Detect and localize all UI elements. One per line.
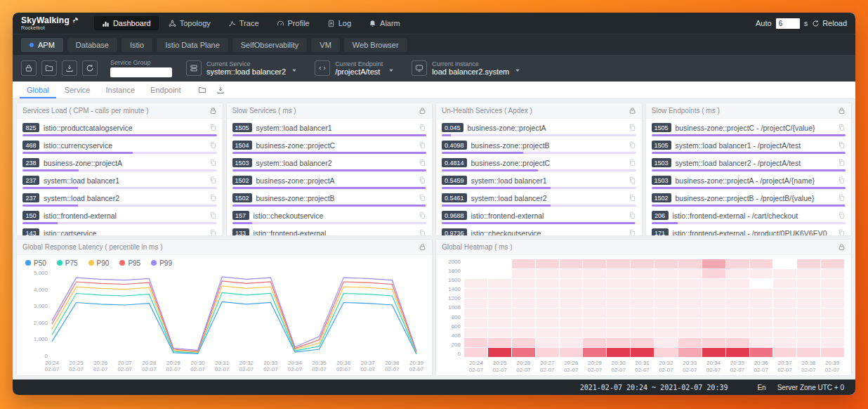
copy-icon[interactable]: [209, 176, 217, 184]
metric-row[interactable]: 238business-zone::projectA: [22, 156, 217, 174]
selector-current-service[interactable]: Current Servicesystem::load balancer2: [186, 60, 298, 77]
dashboard-tab-apm[interactable]: APM: [21, 38, 63, 52]
copy-icon[interactable]: [629, 141, 636, 149]
lock-icon[interactable]: [209, 107, 217, 115]
nav-item-topology[interactable]: Topology: [161, 16, 218, 30]
language-toggle[interactable]: En: [757, 384, 765, 391]
copy-icon[interactable]: [419, 176, 426, 184]
metric-row[interactable]: 1502business-zone::projectB: [232, 191, 427, 209]
nav-item-dashboard[interactable]: Dashboard: [94, 16, 159, 30]
nav-item-profile[interactable]: Profile: [269, 16, 317, 30]
legend-item-p95[interactable]: P95: [119, 259, 140, 267]
copy-icon[interactable]: [838, 176, 846, 184]
metric-row[interactable]: 1503business-zone::projectA - /projectA/…: [652, 174, 846, 191]
copy-icon[interactable]: [419, 229, 426, 235]
view-tab-global[interactable]: Global: [20, 82, 56, 98]
legend-item-p50[interactable]: P50: [25, 259, 46, 267]
service-group-input[interactable]: [110, 67, 172, 77]
copy-icon[interactable]: [209, 229, 217, 235]
folder-button[interactable]: [41, 60, 57, 76]
copy-icon[interactable]: [838, 141, 846, 149]
download-button[interactable]: [62, 60, 77, 76]
metric-row[interactable]: 0.4814business-zone::projectC: [442, 156, 636, 174]
copy-icon[interactable]: [419, 141, 426, 149]
copy-icon[interactable]: [209, 159, 217, 167]
copy-icon[interactable]: [419, 124, 426, 131]
metric-row[interactable]: 133istio::frontend-external: [232, 226, 427, 235]
metric-row[interactable]: 1502business-zone::projectB - /projectB/…: [652, 191, 846, 209]
lock-icon[interactable]: [629, 107, 636, 115]
metric-row[interactable]: 0.9688istio::frontend-external: [442, 209, 636, 226]
copy-icon[interactable]: [209, 194, 217, 202]
metric-row[interactable]: 0.5459system::load balancer1: [442, 174, 636, 191]
lock-icon[interactable]: [838, 243, 846, 251]
legend-item-p99[interactable]: P99: [151, 259, 172, 267]
legend-item-p90[interactable]: P90: [88, 259, 110, 267]
lock-icon[interactable]: [838, 107, 846, 115]
copy-icon[interactable]: [629, 124, 636, 131]
metric-row[interactable]: 825istio::productcatalogservice: [22, 121, 217, 138]
metric-row[interactable]: 206istio::frontend-external - /cart/chec…: [652, 209, 846, 226]
metric-row[interactable]: 1505system::load balancer1: [232, 121, 427, 138]
auto-interval-input[interactable]: [776, 18, 800, 29]
folder-icon[interactable]: [198, 86, 206, 94]
server-zone-setting[interactable]: Server Zone UTC + 0: [777, 384, 844, 391]
nav-item-trace[interactable]: Trace: [221, 16, 267, 30]
copy-icon[interactable]: [838, 159, 846, 167]
copy-icon[interactable]: [838, 124, 846, 131]
copy-icon[interactable]: [629, 159, 636, 167]
selector-current-instance[interactable]: Current Instanceload balancer2.system: [412, 60, 521, 77]
dashboard-tab-database[interactable]: Database: [67, 38, 117, 52]
dashboard-tab-istio-data-plane[interactable]: Istio Data Plane: [157, 38, 228, 52]
copy-icon[interactable]: [209, 124, 217, 131]
lock-button[interactable]: [21, 60, 37, 76]
time-range-picker[interactable]: 2021-02-07 20:24 ~ 2021-02-07 20:39: [580, 384, 728, 391]
metric-row[interactable]: 1504business-zone::projectC: [232, 138, 427, 156]
copy-icon[interactable]: [629, 194, 636, 202]
copy-icon[interactable]: [838, 229, 846, 235]
copy-icon[interactable]: [629, 176, 636, 184]
loop-button[interactable]: [82, 60, 98, 76]
dashboard-tab-selfobservability[interactable]: SelfObservability: [232, 38, 308, 52]
metric-row[interactable]: 1505business-zone::projectC - /projectC/…: [652, 121, 846, 138]
copy-icon[interactable]: [629, 229, 636, 235]
dashboard-tab-istio[interactable]: Istio: [121, 38, 152, 52]
copy-icon[interactable]: [838, 212, 846, 219]
copy-icon[interactable]: [209, 212, 217, 219]
metric-row[interactable]: 1503system::load balancer2: [232, 156, 427, 174]
metric-row[interactable]: 0.5461system::load balancer2: [442, 191, 636, 209]
metric-row[interactable]: 237system::load balancer1: [22, 174, 217, 191]
lock-icon[interactable]: [419, 243, 426, 251]
dashboard-tab-web-browser[interactable]: Web Browser: [344, 38, 407, 52]
legend-item-p75[interactable]: P75: [57, 259, 78, 267]
metric-row[interactable]: 468istio::currencyservice: [22, 138, 217, 156]
view-tab-instance[interactable]: Instance: [98, 82, 142, 98]
dashboard-tab-vm[interactable]: VM: [311, 38, 340, 52]
metric-row[interactable]: 171istio::frontend-external - /product/0…: [652, 226, 846, 235]
svg-text:3,000: 3,000: [34, 303, 48, 309]
copy-icon[interactable]: [838, 194, 846, 202]
download-icon[interactable]: [216, 86, 225, 94]
view-tab-service[interactable]: Service: [58, 82, 98, 98]
metric-row[interactable]: 1505system::load balancer1 - /projectA/t…: [652, 138, 846, 156]
reload-button[interactable]: Reload: [812, 19, 847, 27]
metric-row[interactable]: 237system::load balancer2: [22, 191, 217, 209]
lock-icon[interactable]: [419, 107, 426, 115]
selector-current-endpoint[interactable]: Current Endpoint/projectA/test: [315, 60, 395, 77]
nav-item-alarm[interactable]: Alarm: [361, 16, 408, 30]
metric-row[interactable]: 143istio::cartservice: [22, 226, 217, 235]
metric-row[interactable]: 157istio::checkoutservice: [232, 209, 427, 226]
metric-row[interactable]: 0.045business-zone::projectA: [442, 121, 636, 138]
copy-icon[interactable]: [419, 212, 426, 219]
metric-row[interactable]: 0.4098business-zone::projectB: [442, 138, 636, 156]
view-tab-endpoint[interactable]: Endpoint: [143, 82, 188, 98]
copy-icon[interactable]: [629, 212, 636, 219]
copy-icon[interactable]: [419, 159, 426, 167]
metric-row[interactable]: 0.9736istio::checkoutservice: [442, 226, 636, 235]
metric-row[interactable]: 150istio::frontend-external: [22, 209, 217, 226]
nav-item-log[interactable]: Log: [320, 16, 359, 30]
metric-row[interactable]: 1503system::load balancer2 - /projectA/t…: [652, 156, 846, 174]
copy-icon[interactable]: [209, 141, 217, 149]
metric-row[interactable]: 1502business-zone::projectA: [232, 174, 427, 191]
copy-icon[interactable]: [419, 194, 426, 202]
